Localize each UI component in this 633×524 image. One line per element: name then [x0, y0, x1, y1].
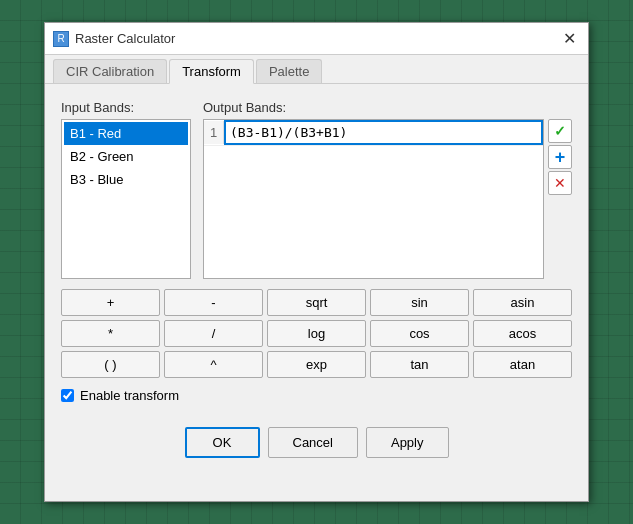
apply-button[interactable]: Apply [366, 427, 449, 458]
content-area: Input Bands: B1 - Red B2 - Green B3 - Bl… [45, 84, 588, 415]
input-bands-label: Input Bands: [61, 100, 191, 115]
calc-cos[interactable]: cos [370, 320, 469, 347]
calc-sqrt[interactable]: sqrt [267, 289, 366, 316]
calc-plus[interactable]: + [61, 289, 160, 316]
band-item-b2[interactable]: B2 - Green [64, 145, 188, 168]
calc-multiply[interactable]: * [61, 320, 160, 347]
calc-exp[interactable]: exp [267, 351, 366, 378]
band-item-b1[interactable]: B1 - Red [64, 122, 188, 145]
input-bands-section: Input Bands: B1 - Red B2 - Green B3 - Bl… [61, 100, 191, 279]
calc-log[interactable]: log [267, 320, 366, 347]
calc-parens[interactable]: ( ) [61, 351, 160, 378]
row-number-1: 1 [204, 121, 224, 144]
bands-area: Input Bands: B1 - Red B2 - Green B3 - Bl… [61, 100, 572, 279]
calc-atan[interactable]: atan [473, 351, 572, 378]
enable-transform-checkbox[interactable] [61, 389, 74, 402]
enable-transform-row: Enable transform [61, 388, 572, 403]
calc-sin[interactable]: sin [370, 289, 469, 316]
title-bar-left: R Raster Calculator [53, 31, 175, 47]
calc-asin[interactable]: asin [473, 289, 572, 316]
output-row-1: 1 [204, 120, 543, 146]
calc-power[interactable]: ^ [164, 351, 263, 378]
calc-acos[interactable]: acos [473, 320, 572, 347]
raster-calculator-window: R Raster Calculator ✕ CIR Calibration Tr… [44, 22, 589, 502]
output-bands-section: Output Bands: 1 ✓ + ✕ [203, 100, 572, 279]
calc-divide[interactable]: / [164, 320, 263, 347]
add-row-button[interactable]: + [548, 145, 572, 169]
cancel-button[interactable]: Cancel [268, 427, 358, 458]
remove-row-button[interactable]: ✕ [548, 171, 572, 195]
window-icon: R [53, 31, 69, 47]
output-bands-label: Output Bands: [203, 100, 572, 115]
side-buttons: ✓ + ✕ [548, 119, 572, 195]
input-bands-list: B1 - Red B2 - Green B3 - Blue [61, 119, 191, 279]
calc-minus[interactable]: - [164, 289, 263, 316]
title-bar: R Raster Calculator ✕ [45, 23, 588, 55]
tab-bar: CIR Calibration Transform Palette [45, 55, 588, 84]
footer-buttons: OK Cancel Apply [45, 415, 588, 472]
tab-transform[interactable]: Transform [169, 59, 254, 84]
tab-palette[interactable]: Palette [256, 59, 322, 83]
ok-button[interactable]: OK [185, 427, 260, 458]
band-item-b3[interactable]: B3 - Blue [64, 168, 188, 191]
close-button[interactable]: ✕ [558, 28, 580, 50]
validate-button[interactable]: ✓ [548, 119, 572, 143]
window-title: Raster Calculator [75, 31, 175, 46]
output-expression-input[interactable] [224, 120, 543, 145]
output-bands-table: 1 [203, 119, 544, 279]
calculator-buttons: + - sqrt sin asin * / log cos acos ( ) ^… [61, 289, 572, 378]
calc-tan[interactable]: tan [370, 351, 469, 378]
tab-cir-calibration[interactable]: CIR Calibration [53, 59, 167, 83]
enable-transform-label[interactable]: Enable transform [80, 388, 179, 403]
